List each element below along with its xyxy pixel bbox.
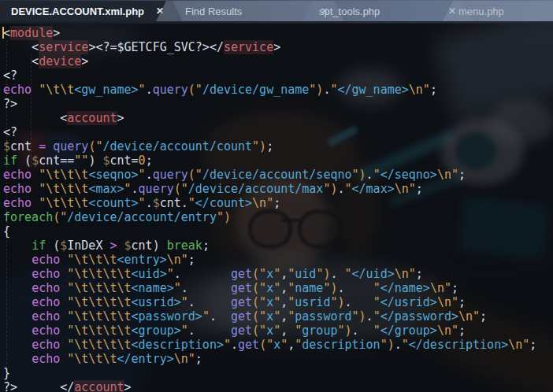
code-token: ") (217, 210, 231, 224)
editor-window: { "tabs": [ {"label": "DEVICE.ACCOUNT.xm… (0, 0, 553, 392)
code-token: (" (53, 210, 67, 224)
code-line[interactable]: <device> (3, 54, 553, 68)
code-token: " (373, 295, 380, 309)
code-token: (" (252, 295, 266, 309)
code-token: cnt (160, 196, 181, 210)
code-line[interactable]: <account> (3, 111, 553, 125)
tab-bar: DEVICE.ACCOUNT.xml.php ✕ Find Results ✕ … (0, 0, 553, 24)
code-line[interactable]: ?> (3, 97, 553, 111)
code-token: <usrid> (132, 295, 181, 309)
code-token: " (295, 338, 302, 352)
code-token: echo (32, 324, 60, 338)
code-token: . (146, 83, 153, 97)
indent-guide (31, 54, 32, 168)
code-token: /device/account/seqno (202, 168, 352, 182)
code-token: (" (259, 338, 273, 352)
code-token: ; (273, 196, 280, 210)
code-token (60, 295, 67, 309)
code-line[interactable]: <? (3, 125, 553, 139)
code-token: x (266, 281, 273, 295)
code-token: echo (32, 295, 60, 309)
code-token: "\t\t\t (39, 168, 88, 182)
code-line[interactable]: echo "\t\t<gw_name>".query("/device/gw_n… (3, 83, 553, 97)
code-token: , (280, 295, 288, 309)
code-token: get (231, 309, 252, 324)
code-token: " (402, 338, 409, 352)
code-token: " (139, 168, 146, 182)
code-token: query (139, 182, 174, 196)
code-token: <? (3, 68, 17, 83)
code-token: " (345, 182, 352, 196)
code-token (3, 295, 32, 309)
code-token: . (132, 182, 139, 196)
code-token: foreach (3, 210, 53, 224)
code-token (3, 309, 32, 324)
code-token: ; (480, 309, 487, 324)
code-line[interactable]: echo "\t\t\t<max>".query("/device/accoun… (3, 182, 553, 196)
code-token: ") (352, 168, 366, 182)
code-token: (" (252, 309, 266, 324)
code-token: . (395, 338, 402, 352)
tab-device-account[interactable]: DEVICE.ACCOUNT.xml.php ✕ (0, 1, 183, 21)
code-token (3, 324, 32, 338)
tab-label: menu.php (458, 6, 504, 17)
code-token (46, 139, 53, 153)
code-token: name (295, 281, 323, 295)
code-line[interactable]: echo "\t\t\t<seqno>".query("/device/acco… (3, 168, 553, 182)
code-token (32, 83, 39, 97)
code-token: <entry> (117, 253, 167, 267)
code-line[interactable]: { (3, 224, 553, 239)
code-token: ") (316, 267, 330, 281)
code-line[interactable]: foreach("/device/account/entry") (3, 210, 553, 224)
code-line[interactable]: if ($cnt=="") $cnt=0; (3, 153, 553, 168)
code-token: " (273, 295, 280, 309)
code-line[interactable]: <module> (3, 26, 553, 40)
code-token: uid (295, 267, 316, 281)
code-line[interactable]: echo "\t\t\t</entry>\n"; (3, 352, 553, 366)
code-line[interactable]: echo "\t\t\t\t<usrid>". get("x","usrid")… (3, 295, 553, 309)
code-token: if (32, 239, 46, 253)
code-token: . (330, 267, 344, 281)
code-line[interactable]: } (3, 366, 553, 380)
code-token: ; (188, 253, 195, 267)
code-token: ; (458, 295, 466, 309)
code-token: ( (46, 239, 60, 253)
code-token: </usrid> (380, 295, 437, 309)
code-line[interactable]: <? (3, 68, 553, 83)
code-line[interactable]: echo "\t\t\t\t<name>". get("x","name"). … (3, 281, 553, 295)
code-line[interactable]: echo "\t\t\t<count>".$cnt."</count>\n"; (3, 196, 553, 210)
code-token: \n" (430, 281, 451, 295)
code-token: service (39, 40, 88, 54)
code-line[interactable]: ?> </account> (3, 380, 553, 392)
code-token: ; (430, 83, 437, 97)
code-token: echo (3, 83, 32, 97)
code-line[interactable]: <service><?=$GETCFG_SVC?></service> (3, 40, 553, 54)
code-line[interactable]: echo "\t\t\t\t<password>". get("x","pass… (3, 309, 553, 324)
code-editor[interactable]: <module> <service><?=$GETCFG_SVC?></serv… (0, 24, 553, 392)
code-token: ; (451, 281, 458, 295)
code-token: , (280, 309, 288, 324)
code-line[interactable]: echo "\t\t\t\t<group>". get("x", "group"… (3, 324, 553, 338)
code-line[interactable]: echo "\t\t\t\t<uid>". get("x","uid"). "<… (3, 267, 553, 281)
code-token: ) (88, 153, 102, 168)
tab-menu[interactable]: menu.php (443, 1, 553, 21)
code-token: " (288, 295, 295, 309)
code-token: account (74, 380, 124, 392)
code-line[interactable]: if ($InDeX > $cnt) break; (3, 239, 553, 253)
code-token: \n" (437, 324, 458, 338)
code-token (32, 182, 39, 196)
code-token: query (153, 168, 188, 182)
code-token: " (373, 324, 380, 338)
code-token (3, 239, 32, 253)
code-line[interactable]: $cnt = query("/device/account/count"); (3, 139, 553, 153)
code-token: group (302, 324, 337, 338)
code-token: ") (352, 309, 366, 324)
code-token: password (295, 309, 351, 324)
code-token: \n" (167, 253, 188, 267)
code-token: if (3, 153, 17, 168)
code-token: " (345, 267, 352, 281)
code-line[interactable]: echo "\t\t\t<entry>\n"; (3, 253, 553, 267)
code-line[interactable]: echo "\t\t\t\t<description>".get("x","de… (3, 338, 553, 352)
code-token: "\t\t\t\t (67, 267, 131, 281)
code-token: , (280, 324, 295, 338)
